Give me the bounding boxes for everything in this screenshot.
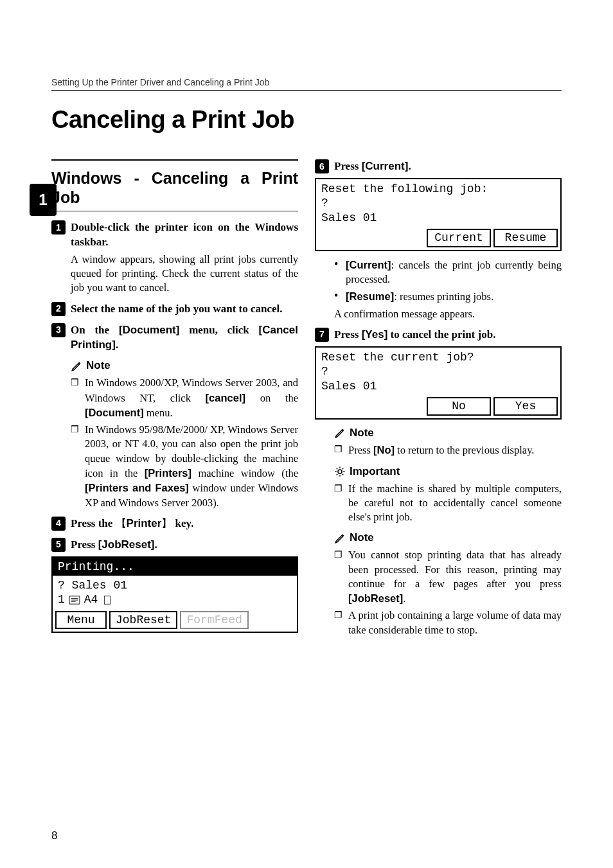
note-label: Note	[350, 531, 374, 545]
t: menu, click	[179, 324, 258, 336]
important-label: Important	[350, 465, 400, 479]
note-label: Note	[86, 359, 111, 373]
bullet-text: You cannot stop printing data that has a…	[348, 548, 562, 606]
bullets-after-6: • [Current]: cancels the print job curre…	[334, 258, 562, 305]
step-detail: A window appears, showing all print jobs…	[71, 252, 298, 296]
step-number: 7	[315, 328, 329, 342]
lcd-line: Sales 01	[321, 211, 555, 226]
orientation-icon	[102, 596, 113, 605]
step-text: Double-click the printer icon on the Win…	[71, 220, 298, 250]
hardkey-printer: Printer	[116, 517, 173, 529]
gear-icon	[334, 466, 346, 477]
step-number: 1	[51, 220, 66, 235]
lcd-button-no[interactable]: No	[427, 397, 491, 415]
lcd-line: ? Sales 01	[58, 578, 292, 593]
t: A4	[84, 592, 98, 607]
lcd-line: Sales 01	[321, 379, 555, 394]
lcd-button-resume[interactable]: Resume	[493, 229, 558, 247]
step-text: Select the name of the job you want to c…	[71, 302, 283, 317]
step-4: 4 Press the Printer key.	[51, 517, 298, 531]
t: to cancel the print job.	[387, 328, 495, 341]
t: Press	[348, 444, 373, 456]
lcd-button-current[interactable]: Current	[427, 229, 491, 247]
step-6: 6 Press [Current].	[315, 159, 562, 174]
note-label: Note	[350, 426, 374, 441]
step-3: 3 On the [Document] menu, click [Cancel …	[51, 323, 298, 353]
lcd-button-jobreset[interactable]: JobReset	[109, 611, 177, 629]
lcd-button-formfeed[interactable]: FormFeed	[180, 611, 248, 629]
step-text: Press [JobReset].	[71, 538, 157, 553]
step-2: 2 Select the name of the job you want to…	[51, 302, 298, 317]
lcd-printing: Printing... ? Sales 01 1 A4 Menu JobRese…	[51, 556, 298, 633]
ui-current: [Current]	[346, 259, 391, 270]
lcd-line: ?	[321, 196, 555, 211]
svg-rect-4	[105, 596, 111, 604]
bullet-text: [Current]: cancels the print job current…	[346, 258, 562, 287]
bullet-dot: •	[334, 258, 341, 287]
t: machine window (the	[191, 467, 298, 479]
bullet-mark: ❒	[71, 423, 80, 510]
pencil-icon	[71, 360, 82, 372]
step-text: Press the Printer key.	[71, 517, 193, 531]
page-number: 8	[51, 829, 57, 842]
ui-current: [Current]	[362, 160, 409, 172]
note-list: ❒ You cannot stop printing data that has…	[334, 548, 562, 637]
lcd-reset-current: Reset the current job? ? Sales 01 No Yes	[315, 346, 562, 420]
pencil-icon	[334, 533, 346, 544]
bullet-mark: ❒	[334, 443, 343, 457]
lcd-button-menu[interactable]: Menu	[55, 611, 107, 629]
lcd-line: 1 A4	[58, 592, 292, 607]
t: to return to the previous display.	[395, 444, 535, 456]
t: key.	[172, 517, 193, 529]
t: : resumes printing jobs.	[394, 290, 493, 303]
ui-document: [Document]	[85, 407, 144, 418]
step-number: 4	[51, 517, 66, 531]
t: menu.	[144, 407, 173, 419]
step-number: 3	[51, 323, 66, 337]
doc-icon	[69, 596, 80, 605]
note-item: ❒ Press [No] to return to the previous d…	[334, 443, 562, 457]
ui-no: [No]	[373, 444, 395, 456]
t: Press the	[71, 517, 116, 529]
ui-jobreset: [JobReset]	[348, 592, 403, 604]
page-title: Canceling a Print Job	[51, 106, 562, 134]
pencil-icon	[334, 427, 346, 439]
ui-jobreset: [JobReset]	[98, 538, 155, 551]
t: Press	[334, 328, 362, 341]
bullet-mark: ❒	[334, 548, 343, 606]
bullet-text: A print job containing a large volume of…	[348, 608, 562, 637]
note-item: ❒ In Windows 2000/XP, Windows Server 200…	[71, 376, 298, 420]
step-1: 1 Double-click the printer icon on the W…	[51, 220, 298, 250]
note-item: ❒ You cannot stop printing data that has…	[334, 548, 562, 606]
section-heading: Windows - Canceling a Print Job	[51, 168, 298, 207]
note-list: ❒ Press [No] to return to the previous d…	[334, 443, 562, 457]
running-header: Setting Up the Printer Driver and Cancel…	[51, 77, 562, 91]
note-heading: Note	[71, 359, 298, 373]
t: on the	[245, 392, 298, 404]
note-item: ❒ In Windows 95/98/Me/2000/ XP, Windows …	[71, 423, 298, 510]
step-7: 7 Press [Yes] to cancel the print job.	[315, 328, 562, 342]
important-heading: Important	[334, 465, 562, 479]
confirm-line: A confirmation message appears.	[334, 307, 562, 321]
bullet-text: Press [No] to return to the previous dis…	[348, 443, 562, 457]
note-list: ❒ In Windows 2000/XP, Windows Server 200…	[71, 376, 298, 509]
section-tab: 1	[30, 184, 57, 216]
important-item: ❒ If the machine is shared by multiple c…	[334, 482, 562, 525]
t: .	[155, 538, 157, 551]
t: Press	[334, 160, 362, 172]
step-number: 2	[51, 302, 66, 316]
t: 1	[58, 592, 65, 607]
t: .	[116, 339, 118, 351]
note-item: ❒ A print job containing a large volume …	[334, 608, 562, 637]
note-heading: Note	[334, 426, 562, 441]
lcd-line: Reset the current job?	[321, 350, 555, 365]
lcd-button-yes[interactable]: Yes	[493, 397, 558, 415]
step-number: 6	[315, 159, 329, 173]
t: Press	[71, 538, 98, 551]
ui-resume: [Resume]	[346, 290, 394, 302]
bullet-item: • [Resume]: resumes printing jobs.	[334, 289, 562, 304]
ui-yes: [Yes]	[362, 328, 388, 341]
step-5: 5 Press [JobReset].	[51, 538, 298, 553]
bullet-mark: ❒	[71, 376, 80, 420]
bullet-text: In Windows 2000/XP, Windows Server 2003,…	[85, 376, 298, 420]
